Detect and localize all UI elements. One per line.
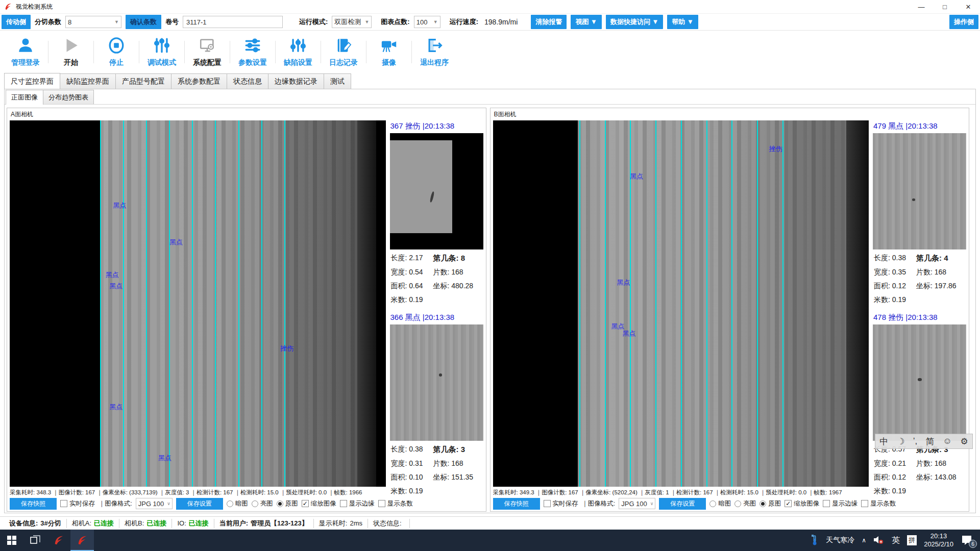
original-image-radio[interactable]: 原图 xyxy=(277,499,298,508)
zoom-image-checkbox[interactable]: ✓缩放图像 xyxy=(785,499,819,508)
defect-thumbnail[interactable] xyxy=(873,133,966,249)
strip-boundary-line xyxy=(238,120,239,487)
admin-login-button[interactable]: 管理登录 xyxy=(3,34,48,70)
camera-a-image[interactable]: 黑点黑点黑点黑点挫伤黑点黑点 xyxy=(10,120,386,487)
slit-count-label: 分切条数 xyxy=(35,17,61,27)
sub-tab-strip: 正面图像分布趋势图表 xyxy=(5,89,975,105)
transmission-side-button[interactable]: 传动侧 xyxy=(2,15,31,29)
ime-settings-gear-icon[interactable]: ⚙ xyxy=(960,436,968,447)
save-snapshot-button[interactable]: 保存快照 xyxy=(10,498,57,510)
stop-button[interactable]: 停止 xyxy=(94,34,139,70)
taskbar-app-icon-active[interactable] xyxy=(70,530,94,551)
debug-mode-button[interactable]: 调试模式 xyxy=(139,34,184,70)
tab-状态信息[interactable]: 状态信息 xyxy=(227,73,268,89)
defect-marker-label: 黑点 xyxy=(169,238,183,247)
run-mode-select[interactable]: 双面检测▼ xyxy=(332,16,372,28)
show-edges-checkbox[interactable]: 显示边缘 xyxy=(823,499,857,508)
defect-thumbnail[interactable] xyxy=(390,324,483,441)
status-segment: 显示耗时:2ms xyxy=(314,519,368,528)
ime-punctuation-icon[interactable]: ’, xyxy=(913,436,918,446)
chart-points-label: 图表点数: xyxy=(381,17,409,27)
tray-expand-icon[interactable]: ∧ xyxy=(862,537,866,544)
notification-badge: 6 xyxy=(969,540,977,548)
subtab-分布趋势图表[interactable]: 分布趋势图表 xyxy=(43,90,94,104)
exit-program-button[interactable]: 退出程序 xyxy=(412,34,457,70)
zoom-image-checkbox[interactable]: ✓缩放图像 xyxy=(302,499,336,508)
save-settings-button[interactable]: 保存设置 xyxy=(176,498,223,510)
dark-image-radio[interactable]: 暗图 xyxy=(709,499,731,508)
confirm-count-button[interactable]: 确认条数 xyxy=(126,15,161,29)
close-button[interactable]: ✕ xyxy=(957,0,980,13)
defect-card: 366 黑点 |20:13:38长度: 0.38第几条: 3宽度: 0.31片数… xyxy=(390,312,483,496)
slit-count-select[interactable]: 8▼ xyxy=(65,16,121,28)
app-status-bar: 设备信息:3#分切相机A:已连接相机B:已连接IO:已连接当前用户:管理员【12… xyxy=(0,516,980,530)
panel-camera-a: A面相机 黑点黑点黑点黑点挫伤黑点黑点 367 挫伤 |20:13:38长度: … xyxy=(7,108,486,512)
save-settings-button[interactable]: 保存设置 xyxy=(659,498,706,510)
speaker-muted-icon[interactable] xyxy=(873,535,885,546)
strip-boundary-line xyxy=(706,120,707,487)
ime-simplified-jian[interactable]: 简 xyxy=(926,436,935,447)
defect-card-header: 367 挫伤 |20:13:38 xyxy=(390,120,483,133)
chart-points-select[interactable]: 100▼ xyxy=(414,16,440,28)
panel-b-title: B面相机 xyxy=(493,110,967,120)
debug-mode-label: 调试模式 xyxy=(148,58,176,67)
stat-pieces: 片数: 168 xyxy=(916,268,965,277)
weather-text[interactable]: 天气寒冷 xyxy=(826,536,854,545)
realtime-save-checkbox[interactable]: 实时保存 xyxy=(60,499,95,508)
start-button[interactable] xyxy=(0,530,23,551)
show-strips-checkbox[interactable]: 显示条数 xyxy=(861,499,896,508)
stop-label: 停止 xyxy=(109,58,124,67)
panel-a-controls: 保存快照实时保存｜图像格式:JPG 100∨保存设置暗图亮图原图✓缩放图像显示边… xyxy=(10,497,483,510)
ime-emoji-icon[interactable]: ☺ xyxy=(943,436,951,446)
status-segment: 状态信息: xyxy=(368,519,410,528)
notification-center-button[interactable]: 6 xyxy=(961,535,974,546)
image-format-select[interactable]: JPG 100∨ xyxy=(619,498,655,509)
maximize-button[interactable]: □ xyxy=(933,0,957,13)
bright-image-radio[interactable]: 亮图 xyxy=(252,499,273,508)
language-indicator[interactable]: 英 xyxy=(892,535,900,546)
ime-indicator[interactable]: 拼 xyxy=(907,535,917,545)
defect-thumbnail[interactable] xyxy=(873,324,966,441)
defect-stats: 长度: 0.38第几条: 4宽度: 0.35片数: 168面积: 0.12坐标:… xyxy=(873,249,966,305)
subtab-正面图像[interactable]: 正面图像 xyxy=(6,90,43,105)
camera-b-image[interactable]: 挫伤黑点黑点黑点黑点 xyxy=(493,120,869,487)
defect-card-header: 478 挫伤 |20:13:38 xyxy=(873,312,966,324)
tab-尺寸监控界面[interactable]: 尺寸监控界面 xyxy=(4,73,60,89)
defect-thumbnail[interactable] xyxy=(390,133,483,249)
bright-image-radio[interactable]: 亮图 xyxy=(734,499,756,508)
tab-测试[interactable]: 测试 xyxy=(324,73,351,89)
taskbar-app-icon[interactable] xyxy=(47,530,70,551)
log-record-button[interactable]: 日志记录 xyxy=(321,34,366,70)
param-settings-button[interactable]: 参数设置 xyxy=(230,34,275,70)
show-edges-checkbox[interactable]: 显示边缘 xyxy=(340,499,375,508)
start-button[interactable]: 开始 xyxy=(48,34,93,70)
realtime-save-checkbox[interactable]: 实时保存 xyxy=(544,499,578,508)
tab-产品型号配置[interactable]: 产品型号配置 xyxy=(115,73,172,89)
data-quick-access-button[interactable]: 数据快捷访问 ▼ xyxy=(606,15,663,29)
clear-alarm-button[interactable]: 清除报警 xyxy=(531,15,567,29)
save-snapshot-button[interactable]: 保存快照 xyxy=(493,498,540,510)
sliders-h-icon xyxy=(244,37,261,56)
view-menu-button[interactable]: 视图 ▼ xyxy=(571,15,601,29)
original-image-radio[interactable]: 原图 xyxy=(760,499,781,508)
tab-缺陷监控界面[interactable]: 缺陷监控界面 xyxy=(60,73,116,89)
tab-系统参数配置[interactable]: 系统参数配置 xyxy=(171,73,227,89)
defect-settings-button[interactable]: 缺陷设置 xyxy=(276,34,321,70)
camera-icon xyxy=(380,37,398,56)
image-format-select[interactable]: JPG 100∨ xyxy=(136,498,173,509)
minimize-button[interactable]: — xyxy=(910,0,933,13)
dark-image-radio[interactable]: 暗图 xyxy=(227,499,248,508)
ime-moon-icon[interactable]: ☽ xyxy=(897,436,904,447)
operator-side-button[interactable]: 操作侧 xyxy=(949,15,978,29)
tab-边缘数据记录[interactable]: 边缘数据记录 xyxy=(268,73,324,89)
task-view-button[interactable] xyxy=(23,530,47,551)
ime-lang-zhong[interactable]: 中 xyxy=(879,436,888,447)
system-config-button[interactable]: 系统配置 xyxy=(185,34,230,70)
help-menu-button[interactable]: 帮助 ▼ xyxy=(667,15,698,29)
video-capture-button[interactable]: 摄像 xyxy=(366,34,411,70)
show-strips-checkbox[interactable]: 显示条数 xyxy=(378,499,413,508)
roll-number-input[interactable]: 3117-1 xyxy=(183,16,283,28)
slit-count-value: 8 xyxy=(68,18,71,26)
taskbar-clock[interactable]: 20:13 2025/2/10 xyxy=(924,532,953,549)
app-window: 视觉检测系统 — □ ✕ 传动侧 分切条数 8▼ 确认条数 卷号 3117-1 … xyxy=(0,0,980,551)
